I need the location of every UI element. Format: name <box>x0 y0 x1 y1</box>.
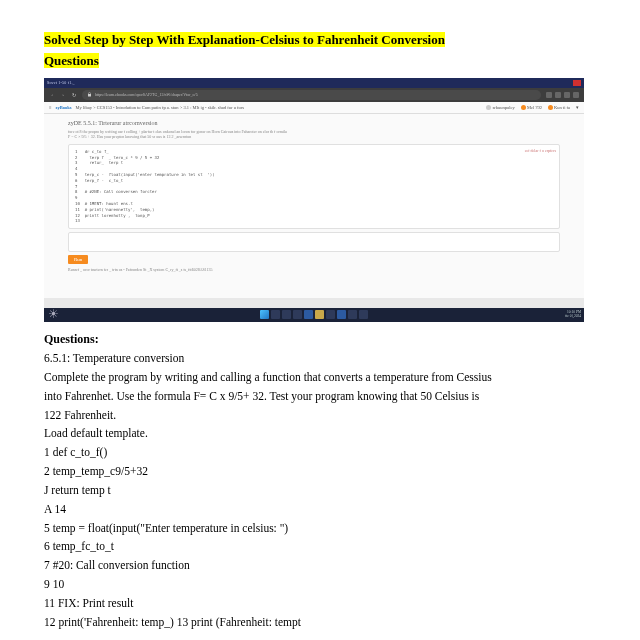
addr-ext-icon[interactable] <box>546 92 552 98</box>
bk-item[interactable]: Kun ti fa <box>548 105 570 110</box>
question-line: 6.5.1: Temperature conversion <box>44 350 600 368</box>
feedback-box <box>68 232 560 252</box>
maximize-icon[interactable] <box>563 80 571 86</box>
questions-section: Questions: 6.5.1: Temperature conversion… <box>44 330 600 632</box>
content-area: zyDE 5.5.1: Tirterarur atrcornversion fo… <box>44 114 584 298</box>
run-button[interactable]: Run <box>68 255 88 264</box>
weather-icon[interactable]: ☀ <box>48 307 59 321</box>
brand: zyBooks <box>56 105 72 110</box>
edge-icon[interactable] <box>304 310 313 319</box>
back-icon[interactable]: ‹ <box>49 92 55 98</box>
minimize-icon[interactable] <box>553 80 561 86</box>
window-tab: Sovet 1-50 f1._ <box>47 80 75 85</box>
bk-item[interactable]: zrbuunpoley <box>486 105 515 110</box>
code-editor[interactable]: eef delar f o erpfers 1 dr c_to f_ 2 ter… <box>68 144 560 229</box>
questions-heading: Questions: <box>44 330 600 349</box>
code-line: 13 <box>75 218 553 224</box>
question-line: J return temp t <box>44 482 600 500</box>
question-line: 1 def c_to_f() <box>44 444 600 462</box>
question-line: 9 10 <box>44 576 600 594</box>
question-line: 5 temp = float(input("Enter temperature … <box>44 520 600 538</box>
windows-icon[interactable] <box>260 310 269 319</box>
output-text: Runref _ oror trurtern fer _ trtn os - F… <box>68 267 560 272</box>
chevron-down-icon[interactable]: ▾ <box>576 105 579 110</box>
question-line: Complete the program by writing and call… <box>44 369 600 387</box>
url-field[interactable]: https://learn.zbooks.com/oporSAF2TG_12/n… <box>82 90 541 100</box>
addr-ext-icon[interactable] <box>555 92 561 98</box>
question-line: 11 FIX: Print result <box>44 595 600 613</box>
taskbar: ☀ 10:10 PMtte 0},2024 <box>44 308 584 322</box>
question-line: 12 print('Fahrenheit: temp_) 13 print (F… <box>44 614 600 632</box>
question-line: 7 #20: Call conversion function <box>44 557 600 575</box>
window-titlebar: Sovet 1-50 f1._ <box>44 78 584 88</box>
app-icon[interactable] <box>326 310 335 319</box>
bk-item[interactable]: Mel 792 <box>521 105 542 110</box>
load-template-button[interactable]: eef delar f o erpfers <box>525 148 556 153</box>
embedded-screenshot: Sovet 1-50 f1._ ‹ › ↻ https://learn.zboo… <box>44 78 584 322</box>
search-icon[interactable] <box>271 310 280 319</box>
addr-menu-icon[interactable] <box>573 92 579 98</box>
explorer-icon[interactable] <box>293 310 302 319</box>
question-line: 6 temp_fc_to_t <box>44 538 600 556</box>
question-line: 122 Fahrenheit. <box>44 407 600 425</box>
breadcrumb: My libay > CCS153 - Introdution to Com p… <box>76 105 244 110</box>
address-bar: ‹ › ↻ https://learn.zbooks.com/oporSAF2T… <box>44 88 584 102</box>
close-icon[interactable] <box>573 80 581 86</box>
clock[interactable]: 10:10 PMtte 0},2024 <box>565 311 581 319</box>
question-line: 2 temp_temp_c9/5+32 <box>44 463 600 481</box>
menu-icon[interactable]: ≡ <box>49 105 52 110</box>
problem-title: zyDE 5.5.1: Tirterarur atrcornversion <box>68 120 560 126</box>
reload-icon[interactable]: ↻ <box>71 92 77 98</box>
svg-rect-0 <box>88 94 91 97</box>
app-icon[interactable] <box>359 310 368 319</box>
url-text: https://learn.zbooks.com/oporSAF2TG_12/n… <box>95 92 198 97</box>
breadcrumb-bar: ≡ zyBooks My libay > CCS153 - Introdutio… <box>44 102 584 114</box>
folder-icon[interactable] <box>315 310 324 319</box>
question-line: Load default template. <box>44 425 600 443</box>
question-line: A 14 <box>44 501 600 519</box>
problem-desc: fore ot 8 the propro by writing oar f co… <box>68 129 468 140</box>
app-icon[interactable] <box>348 310 357 319</box>
forward-icon[interactable]: › <box>60 92 66 98</box>
page-title-line2: Questions <box>44 53 99 68</box>
page-title-line1: Solved Step by Step With Explanation-Cel… <box>44 32 445 47</box>
word-icon[interactable] <box>337 310 346 319</box>
question-line: into Fahrenhet. Use the formula F= C x 9… <box>44 388 600 406</box>
taskview-icon[interactable] <box>282 310 291 319</box>
lock-icon <box>87 92 92 97</box>
addr-ext-icon[interactable] <box>564 92 570 98</box>
